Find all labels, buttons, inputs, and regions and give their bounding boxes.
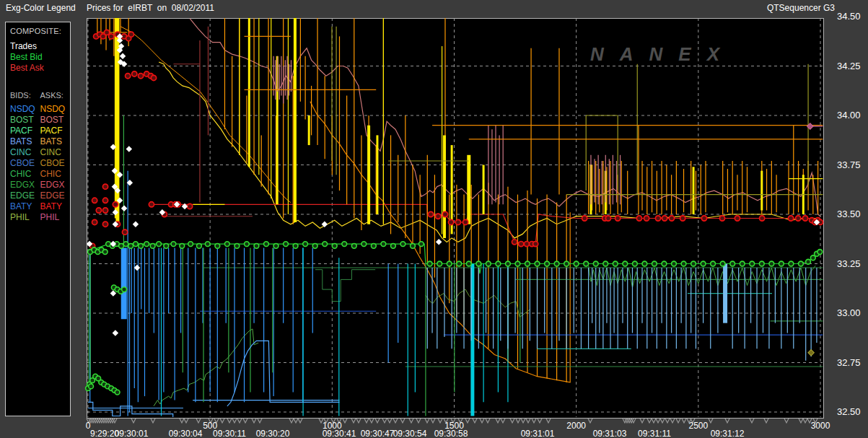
sequence-tick-2000: 2000 — [566, 421, 586, 431]
price-tick-34.00: 34.00 — [837, 110, 867, 121]
price-tick-33.00: 33.00 — [837, 307, 867, 318]
time-tick-09-31-11: 09:31:11 — [638, 429, 671, 438]
series-yellow-best-ask — [159, 62, 820, 242]
time-tick-09-30-47: 09:30:47 — [361, 429, 395, 438]
time-marker-strip — [0, 416, 868, 427]
legend-panel-title: Exg-Color Legend — [6, 3, 76, 13]
time-tick-09-30-41: 09:30:41 — [323, 429, 356, 438]
app-title: QTSequencer G3 — [767, 3, 835, 13]
time-tick-09-30-11: 09:30:11 — [213, 429, 246, 438]
series-orange-left-stairs — [120, 27, 291, 203]
time-tick-09-30-54: 09:30:54 — [393, 429, 427, 438]
series-green-step-dips — [315, 270, 375, 302]
price-chart-canvas[interactable]: NANEX — [0, 18, 868, 417]
price-tick-33.50: 33.50 — [837, 209, 867, 219]
time-tick-09-31-12: 09:31:12 — [711, 429, 745, 438]
time-tick-09-30-01: 09:30:01 — [115, 429, 149, 438]
price-tick-33.25: 33.25 — [837, 258, 867, 269]
chart-title: Prices for eIRBT on 08/02/2011 — [87, 3, 214, 13]
time-tick-09-30-20: 09:30:20 — [256, 429, 290, 438]
price-tick-32.75: 32.75 — [837, 357, 867, 368]
series-blue-staircase-bottom — [88, 402, 193, 417]
price-tick-33.75: 33.75 — [837, 159, 867, 170]
time-tick-09-30-58: 09:30:58 — [434, 429, 468, 438]
series-olive-rising-left — [154, 329, 258, 406]
sequence-tick-2500: 2500 — [688, 421, 708, 431]
time-tick-09-31-01: 09:31:01 — [521, 429, 555, 438]
price-tick-32.50: 32.50 — [837, 406, 867, 417]
nanex-watermark: NANEX — [590, 43, 735, 65]
price-tick-34.50: 34.50 — [837, 11, 867, 22]
price-tick-34.25: 34.25 — [837, 61, 867, 71]
time-tick-09-31-03: 09:31:03 — [593, 429, 627, 438]
sequence-tick-3000: 3000 — [811, 421, 830, 431]
qtsequencer-window: { "header": { "left_title": "Exg-Color L… — [0, 0, 868, 438]
series-red-best-ask — [152, 204, 820, 244]
time-tick-09-30-04: 09:30:04 — [169, 429, 203, 438]
